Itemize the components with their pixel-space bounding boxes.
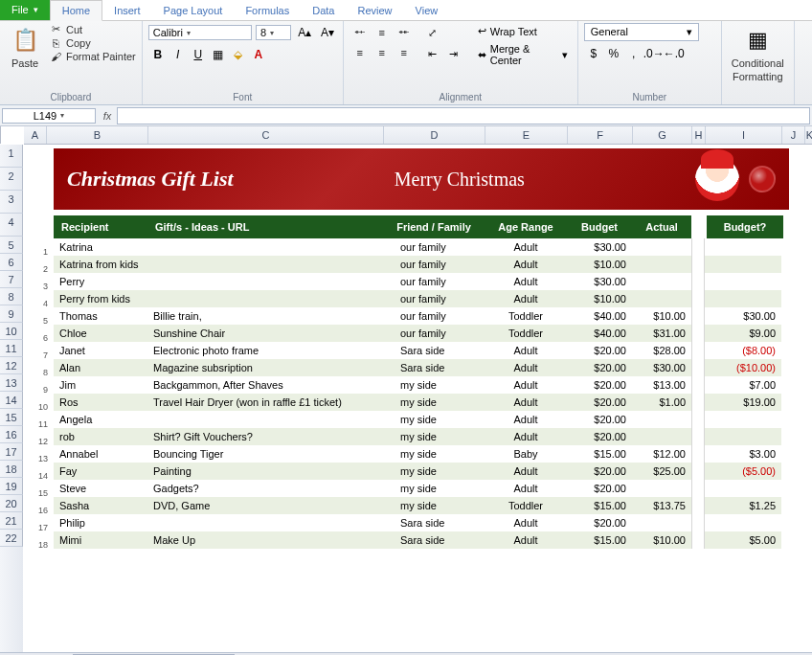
col-header-H[interactable]: H <box>692 126 706 144</box>
cell-age[interactable]: Adult <box>485 359 567 376</box>
table-row[interactable]: 9JimBackgammon, After Shavesmy sideAdult… <box>54 376 781 394</box>
cell-budget[interactable]: $20.00 <box>567 376 632 394</box>
decrease-indent-button[interactable]: ⇤ <box>422 44 443 63</box>
cell-budget[interactable]: $10.00 <box>567 290 632 307</box>
cell-gift[interactable] <box>147 238 383 256</box>
cell-age[interactable]: Adult <box>485 376 567 394</box>
cell-age[interactable]: Adult <box>485 428 567 445</box>
col-header-G[interactable]: G <box>633 126 692 144</box>
format-painter-button[interactable]: 🖌Format Painter <box>48 51 136 62</box>
cell-age[interactable]: Toddler <box>485 497 567 514</box>
row-header-7[interactable]: 7 <box>0 271 23 288</box>
align-middle-button[interactable]: ≡ <box>372 23 393 42</box>
cell-recipient[interactable]: Steve <box>54 480 147 497</box>
table-row[interactable]: 14FayPaintingmy sideAdult$20.00$25.00($5… <box>54 463 781 480</box>
font-color-button[interactable]: A <box>249 45 268 64</box>
row-header-22[interactable]: 22 <box>0 530 23 547</box>
cell-over-budget[interactable]: ($10.00) <box>705 359 781 376</box>
row-header-13[interactable]: 13 <box>0 374 23 392</box>
cell-age[interactable]: Toddler <box>485 325 567 342</box>
row-header-16[interactable]: 16 <box>0 426 23 443</box>
cell-gift[interactable]: DVD, Game <box>147 497 383 514</box>
table-row[interactable]: 5ThomasBillie train,our familyToddler$40… <box>54 307 781 325</box>
align-left-button[interactable]: ≡ <box>350 43 371 62</box>
cell-gift[interactable]: Gadgets? <box>147 480 383 497</box>
fill-color-button[interactable]: ⬙ <box>229 45 248 64</box>
col-header-J[interactable]: J <box>782 126 805 144</box>
row-header-12[interactable]: 12 <box>0 357 23 374</box>
cell-age[interactable]: Adult <box>485 290 567 307</box>
cell-over-budget[interactable]: $7.00 <box>705 376 781 394</box>
cell-gift[interactable]: Magazine subsription <box>147 359 383 376</box>
row-header-17[interactable]: 17 <box>0 443 23 461</box>
cell-friend-family[interactable]: our family <box>383 290 485 307</box>
row-header-6[interactable]: 6 <box>0 254 23 271</box>
cell-over-budget[interactable]: ($8.00) <box>705 342 781 359</box>
cell-actual[interactable]: $10.00 <box>632 307 691 325</box>
cell-budget[interactable]: $30.00 <box>567 238 632 256</box>
tab-home[interactable]: Home <box>50 0 102 21</box>
row-header-5[interactable]: 5 <box>0 237 23 254</box>
cell-age[interactable]: Adult <box>485 480 567 497</box>
cell-friend-family[interactable]: my side <box>383 376 485 394</box>
cell-over-budget[interactable]: $19.00 <box>705 394 781 411</box>
align-top-button[interactable]: ⬴ <box>350 23 371 42</box>
cell-actual[interactable]: $31.00 <box>632 325 691 342</box>
cell-age[interactable]: Toddler <box>485 307 567 325</box>
row-header-19[interactable]: 19 <box>0 478 23 495</box>
increase-indent-button[interactable]: ⇥ <box>443 44 464 63</box>
cell-budget[interactable]: $10.00 <box>567 256 632 273</box>
table-row[interactable]: 16SashaDVD, Gamemy sideToddler$15.00$13.… <box>54 497 781 514</box>
cell-recipient[interactable]: Katrina <box>54 238 147 256</box>
tab-review[interactable]: Review <box>346 1 403 20</box>
cell-friend-family[interactable]: my side <box>383 428 485 445</box>
align-center-button[interactable]: ≡ <box>372 43 393 62</box>
cell-over-budget[interactable] <box>705 480 781 497</box>
table-row[interactable]: 2Katrina from kidsour familyAdult$10.00 <box>54 256 781 273</box>
table-row[interactable]: 3Perryour familyAdult$30.00 <box>54 273 781 290</box>
cell-friend-family[interactable]: my side <box>383 463 485 480</box>
cell-budget[interactable]: $20.00 <box>567 411 632 428</box>
cell-actual[interactable]: $10.00 <box>632 531 691 549</box>
cell-actual[interactable] <box>632 238 691 256</box>
col-header-A[interactable]: A <box>24 126 47 144</box>
number-format-select[interactable]: General▾ <box>584 23 699 41</box>
row-header-8[interactable]: 8 <box>0 288 23 305</box>
cell-age[interactable]: Adult <box>485 531 567 549</box>
table-row[interactable]: 8AlanMagazine subsriptionSara sideAdult$… <box>54 359 781 376</box>
cell-recipient[interactable]: Janet <box>54 342 147 359</box>
table-row[interactable]: 11Angelamy sideAdult$20.00 <box>54 411 781 428</box>
cell-gift[interactable]: Electronic photo frame <box>147 342 383 359</box>
cell-actual[interactable]: $13.00 <box>632 376 691 394</box>
paste-button[interactable]: 📋 Paste <box>6 23 44 71</box>
cell-budget[interactable]: $20.00 <box>567 394 632 411</box>
cell-friend-family[interactable]: Sara side <box>383 359 485 376</box>
cell-over-budget[interactable]: $9.00 <box>705 325 781 342</box>
table-row[interactable]: 6ChloeSunshine Chairour familyToddler$40… <box>54 325 781 342</box>
underline-button[interactable]: U <box>189 45 208 64</box>
cell-age[interactable]: Adult <box>485 256 567 273</box>
cell-budget[interactable]: $15.00 <box>567 497 632 514</box>
cell-friend-family[interactable]: my side <box>383 411 485 428</box>
table-row[interactable]: 15SteveGadgets?my sideAdult$20.00 <box>54 480 781 497</box>
tab-data[interactable]: Data <box>301 1 346 20</box>
increase-decimal-button[interactable]: .0→ <box>644 44 664 63</box>
cell-budget[interactable]: $30.00 <box>567 273 632 290</box>
font-size-select[interactable]: 8 <box>256 25 291 40</box>
cell-actual[interactable] <box>632 411 691 428</box>
cell-friend-family[interactable]: my side <box>383 497 485 514</box>
row-header-21[interactable]: 21 <box>0 512 23 530</box>
cell-over-budget[interactable]: $5.00 <box>705 531 781 549</box>
cell-recipient[interactable]: Alan <box>54 359 147 376</box>
col-header-F[interactable]: F <box>568 126 633 144</box>
table-row[interactable]: 17PhilipSara sideAdult$20.00 <box>54 514 781 531</box>
cell-friend-family[interactable]: Sara side <box>383 342 485 359</box>
cell-actual[interactable] <box>632 273 691 290</box>
col-header-C[interactable]: C <box>148 126 384 144</box>
cell-recipient[interactable]: Chloe <box>54 325 147 342</box>
cell-budget[interactable]: $20.00 <box>567 428 632 445</box>
align-bottom-button[interactable]: ⬵ <box>394 23 415 42</box>
merge-center-button[interactable]: ⬌Merge & Center▾ <box>474 41 572 68</box>
cell-actual[interactable]: $28.00 <box>632 342 691 359</box>
cell-age[interactable]: Adult <box>485 411 567 428</box>
